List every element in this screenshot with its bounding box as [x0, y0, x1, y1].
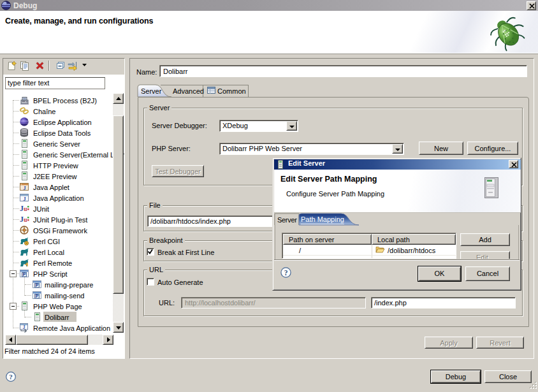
svg-text:u: u	[24, 205, 27, 212]
svg-text:P: P	[22, 272, 25, 277]
svg-text:?: ?	[9, 373, 13, 381]
svg-text:?: ?	[284, 269, 288, 277]
svg-text:P: P	[35, 293, 38, 299]
svg-text:J: J	[23, 324, 25, 330]
svg-text:P: P	[35, 282, 38, 288]
svg-text:u: u	[24, 216, 27, 223]
svg-text:J: J	[23, 196, 26, 202]
svg-text:J: J	[23, 185, 26, 191]
